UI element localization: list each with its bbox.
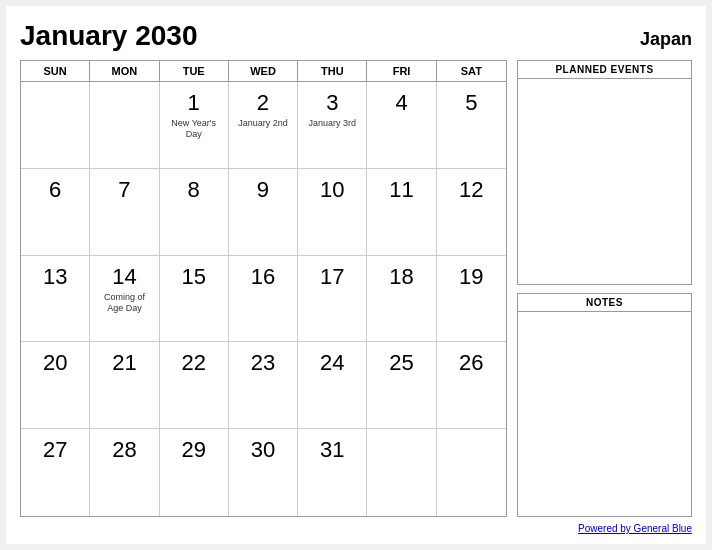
day-number: 5 bbox=[465, 90, 477, 116]
day-number: 22 bbox=[181, 350, 205, 376]
calendar-cell bbox=[437, 429, 506, 516]
calendar-cell bbox=[90, 82, 159, 169]
calendar-cell-16: 16 bbox=[229, 256, 298, 343]
calendar-cell-22: 22 bbox=[160, 342, 229, 429]
day-number: 24 bbox=[320, 350, 344, 376]
calendar-cell-25: 25 bbox=[367, 342, 436, 429]
day-number: 29 bbox=[181, 437, 205, 463]
calendar-cell-6: 6 bbox=[21, 169, 90, 256]
calendar-grid-section: SUN MON TUE WED THU FRI SAT 1 New Year's… bbox=[20, 60, 507, 517]
day-number: 14 bbox=[112, 264, 136, 290]
event-label: New Year's Day bbox=[165, 118, 223, 140]
day-number: 18 bbox=[389, 264, 413, 290]
calendar-cell bbox=[367, 429, 436, 516]
day-number: 30 bbox=[251, 437, 275, 463]
calendar-cell-14: 14 Coming of Age Day bbox=[90, 256, 159, 343]
calendar-cell-7: 7 bbox=[90, 169, 159, 256]
main-content: SUN MON TUE WED THU FRI SAT 1 New Year's… bbox=[20, 60, 692, 517]
day-number: 20 bbox=[43, 350, 67, 376]
day-number: 16 bbox=[251, 264, 275, 290]
day-number: 10 bbox=[320, 177, 344, 203]
event-label: January 2nd bbox=[238, 118, 288, 129]
notes-box: NOTES bbox=[517, 293, 692, 518]
calendar-cell-29: 29 bbox=[160, 429, 229, 516]
day-number: 15 bbox=[181, 264, 205, 290]
calendar-cell-31: 31 bbox=[298, 429, 367, 516]
planned-events-content bbox=[518, 79, 691, 284]
day-tue: TUE bbox=[160, 61, 229, 81]
calendar-cell-30: 30 bbox=[229, 429, 298, 516]
calendar-cell-10: 10 bbox=[298, 169, 367, 256]
calendar-cell-21: 21 bbox=[90, 342, 159, 429]
day-headers-row: SUN MON TUE WED THU FRI SAT bbox=[21, 61, 506, 82]
day-sun: SUN bbox=[21, 61, 90, 81]
day-number: 31 bbox=[320, 437, 344, 463]
month-year-title: January 2030 bbox=[20, 20, 197, 52]
calendar-cell-17: 17 bbox=[298, 256, 367, 343]
calendar-cell-20: 20 bbox=[21, 342, 90, 429]
footer: Powered by General Blue bbox=[20, 523, 692, 534]
day-number: 3 bbox=[326, 90, 338, 116]
day-number: 4 bbox=[395, 90, 407, 116]
planned-events-box: PLANNED EVENTS bbox=[517, 60, 692, 285]
day-number: 21 bbox=[112, 350, 136, 376]
right-section: PLANNED EVENTS NOTES bbox=[517, 60, 692, 517]
day-number: 23 bbox=[251, 350, 275, 376]
calendar-cell bbox=[21, 82, 90, 169]
day-wed: WED bbox=[229, 61, 298, 81]
day-mon: MON bbox=[90, 61, 159, 81]
day-number: 7 bbox=[118, 177, 130, 203]
day-fri: FRI bbox=[367, 61, 436, 81]
notes-content bbox=[518, 312, 691, 517]
calendar-grid: 1 New Year's Day 2 January 2nd 3 January… bbox=[21, 82, 506, 516]
day-number: 1 bbox=[188, 90, 200, 116]
calendar-cell-4: 4 bbox=[367, 82, 436, 169]
calendar-cell-8: 8 bbox=[160, 169, 229, 256]
calendar-cell-19: 19 bbox=[437, 256, 506, 343]
day-number: 9 bbox=[257, 177, 269, 203]
day-number: 26 bbox=[459, 350, 483, 376]
calendar-cell-12: 12 bbox=[437, 169, 506, 256]
calendar-cell-11: 11 bbox=[367, 169, 436, 256]
calendar-cell-3: 3 January 3rd bbox=[298, 82, 367, 169]
day-sat: SAT bbox=[437, 61, 506, 81]
day-number: 19 bbox=[459, 264, 483, 290]
day-number: 17 bbox=[320, 264, 344, 290]
calendar-cell-27: 27 bbox=[21, 429, 90, 516]
calendar-cell-18: 18 bbox=[367, 256, 436, 343]
calendar-cell-23: 23 bbox=[229, 342, 298, 429]
day-number: 11 bbox=[389, 177, 413, 203]
day-number: 13 bbox=[43, 264, 67, 290]
calendar-cell-1: 1 New Year's Day bbox=[160, 82, 229, 169]
day-thu: THU bbox=[298, 61, 367, 81]
calendar-cell-26: 26 bbox=[437, 342, 506, 429]
calendar-header: January 2030 Japan bbox=[20, 20, 692, 52]
calendar-page: January 2030 Japan SUN MON TUE WED THU F… bbox=[6, 6, 706, 544]
country-title: Japan bbox=[640, 29, 692, 50]
planned-events-header: PLANNED EVENTS bbox=[518, 61, 691, 79]
event-label: Coming of Age Day bbox=[95, 292, 153, 314]
day-number: 27 bbox=[43, 437, 67, 463]
notes-header: NOTES bbox=[518, 294, 691, 312]
calendar-cell-2: 2 January 2nd bbox=[229, 82, 298, 169]
day-number: 8 bbox=[188, 177, 200, 203]
calendar-cell-24: 24 bbox=[298, 342, 367, 429]
calendar-cell-28: 28 bbox=[90, 429, 159, 516]
calendar-cell-13: 13 bbox=[21, 256, 90, 343]
day-number: 25 bbox=[389, 350, 413, 376]
day-number: 6 bbox=[49, 177, 61, 203]
day-number: 28 bbox=[112, 437, 136, 463]
day-number: 2 bbox=[257, 90, 269, 116]
calendar-cell-5: 5 bbox=[437, 82, 506, 169]
event-label: January 3rd bbox=[309, 118, 357, 129]
calendar-cell-9: 9 bbox=[229, 169, 298, 256]
powered-by-link[interactable]: Powered by General Blue bbox=[578, 523, 692, 534]
day-number: 12 bbox=[459, 177, 483, 203]
calendar-cell-15: 15 bbox=[160, 256, 229, 343]
